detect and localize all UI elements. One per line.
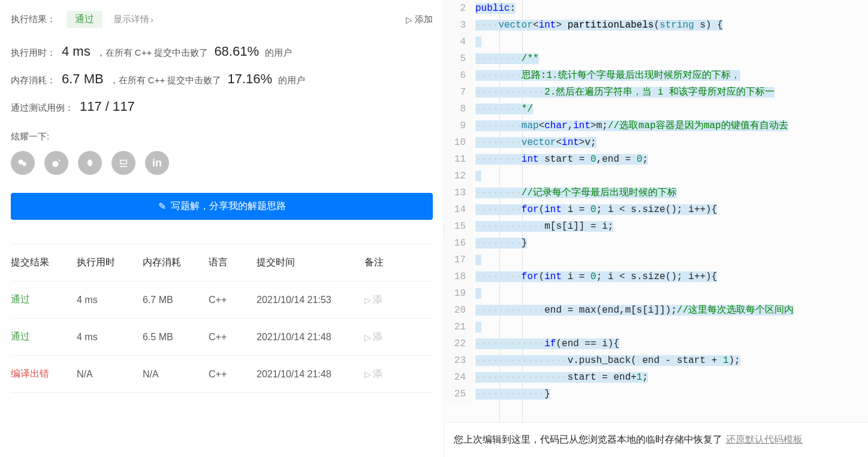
chevron-right-icon <box>150 14 153 25</box>
table-row[interactable]: 通过4 ms6.5 MBC++2021/10/14 21:48添 <box>11 319 433 356</box>
write-solution-text: 写题解，分享我的解题思路 <box>171 200 286 213</box>
code-line: 4 <box>444 34 868 50</box>
code-line: 2public: <box>444 0 868 17</box>
row-memory: N/A <box>143 369 209 380</box>
code-content: public: <box>473 0 868 17</box>
code-editor[interactable]: 2public:3····vector<int> partitionLabels… <box>444 0 868 422</box>
code-content <box>473 34 868 50</box>
code-line: 25············} <box>444 386 868 402</box>
row-status: 编译出错 <box>11 368 77 380</box>
add-note-text: 添加 <box>415 14 433 25</box>
history-header: 提交结果 执行用时 内存消耗 语言 提交时间 备注 <box>11 244 433 282</box>
code-line: 20············end = max(end,m[s[i]]);//这… <box>444 302 868 319</box>
testcases-row: 通过测试用例： 117 / 117 <box>11 93 433 120</box>
row-runtime: 4 ms <box>77 295 143 305</box>
table-row[interactable]: 编译出错N/AN/AC++2021/10/14 21:48添 <box>11 356 433 393</box>
row-runtime: 4 ms <box>77 332 143 343</box>
share-icons: in <box>11 151 433 175</box>
line-number: 12 <box>444 168 473 184</box>
code-content: ········int start = 0,end = 0; <box>473 151 868 168</box>
write-solution-button[interactable]: 写题解，分享我的解题思路 <box>11 193 433 220</box>
memory-label: 内存消耗： <box>11 75 56 86</box>
line-number: 13 <box>444 184 473 201</box>
code-line: 24················start = end+1; <box>444 369 868 386</box>
flag-icon <box>406 14 412 25</box>
code-content: ············} <box>473 386 868 402</box>
code-line: 22············if(end == i){ <box>444 335 868 352</box>
col-memory: 内存消耗 <box>143 256 209 269</box>
line-number: 6 <box>444 67 473 84</box>
line-number: 23 <box>444 352 473 369</box>
testcases-value: 117 / 117 <box>80 99 135 114</box>
line-number: 5 <box>444 50 473 67</box>
row-time: 2021/10/14 21:48 <box>257 369 364 380</box>
code-line: 10········vector<int>v; <box>444 134 868 151</box>
code-content: ············2.然后在遍历字符串，当 i 和该字母所对应的下标一 <box>473 84 868 101</box>
line-number: 17 <box>444 252 473 268</box>
code-line: 12 <box>444 168 868 184</box>
runtime-suffix: 的用户 <box>265 47 292 59</box>
code-content <box>473 168 868 184</box>
code-line: 19 <box>444 285 868 302</box>
row-memory: 6.7 MB <box>143 295 209 305</box>
code-line: 18········for(int i = 0; i < s.size(); i… <box>444 268 868 285</box>
line-number: 14 <box>444 201 473 218</box>
restore-link[interactable]: 还原默认代码模板 <box>726 434 803 446</box>
col-time: 提交时间 <box>257 256 364 269</box>
result-label: 执行结果： <box>11 14 56 25</box>
row-status: 通过 <box>11 331 77 343</box>
svg-rect-4 <box>120 161 127 164</box>
pencil-icon <box>158 201 166 212</box>
code-line: 23················v.push_back( end - sta… <box>444 352 868 369</box>
code-content: ········for(int i = 0; i < s.size(); i++… <box>473 268 868 285</box>
results-panel: 执行结果： 通过 显示详情 添加 执行用时： 4 ms ，在所有 C++ 提交中… <box>0 0 444 457</box>
history-table: 提交结果 执行用时 内存消耗 语言 提交时间 备注 通过4 ms6.7 MBC+… <box>11 244 433 393</box>
linkedin-icon[interactable]: in <box>145 151 169 175</box>
code-content: ········vector<int>v; <box>473 134 868 151</box>
table-row[interactable]: 通过4 ms6.7 MBC++2021/10/14 21:53添 <box>11 282 433 319</box>
code-line: 16········} <box>444 235 868 252</box>
restore-text: 您上次编辑到这里，代码已从您浏览器本地的临时存储中恢复了 <box>454 434 722 446</box>
code-line: 11········int start = 0,end = 0; <box>444 151 868 168</box>
svg-point-1 <box>22 162 26 166</box>
row-note-add[interactable]: 添 <box>364 293 418 306</box>
add-note-button[interactable]: 添加 <box>406 14 433 25</box>
code-panel: 2public:3····vector<int> partitionLabels… <box>444 0 868 457</box>
row-note-add[interactable]: 添 <box>364 331 418 343</box>
col-note: 备注 <box>364 256 418 269</box>
flag-icon <box>364 369 371 380</box>
line-number: 16 <box>444 235 473 252</box>
line-number: 21 <box>444 319 473 335</box>
code-line: 3····vector<int> partitionLabels(string … <box>444 17 868 34</box>
flag-icon <box>364 332 371 343</box>
row-lang: C++ <box>209 295 257 305</box>
weibo-icon[interactable] <box>44 151 68 175</box>
code-content: ····vector<int> partitionLabels(string s… <box>473 17 868 34</box>
code-line: 5········/** <box>444 50 868 67</box>
memory-suffix: 的用户 <box>278 75 305 86</box>
result-header-left: 执行结果： 通过 显示详情 <box>11 11 153 28</box>
line-number: 2 <box>444 0 473 17</box>
svg-point-3 <box>88 159 92 167</box>
code-line: 6········思路:1.统计每个字母最后出现时候所对应的下标， <box>444 67 868 84</box>
row-time: 2021/10/14 21:48 <box>257 332 364 343</box>
col-runtime: 执行用时 <box>77 256 143 269</box>
code-line: 21 <box>444 319 868 335</box>
line-number: 8 <box>444 101 473 117</box>
col-result: 提交结果 <box>11 256 77 269</box>
code-line: 9········map<char,int>m;//选取map容器是因为map的… <box>444 117 868 134</box>
code-content: ············end = max(end,m[s[i]]);//这里每… <box>473 302 868 319</box>
show-details-link[interactable]: 显示详情 <box>113 14 153 25</box>
line-number: 10 <box>444 134 473 151</box>
code-content: ········//记录每个字母最后出现时候的下标 <box>473 184 868 201</box>
douban-icon[interactable] <box>111 151 135 175</box>
show-details-text: 显示详情 <box>113 14 149 25</box>
runtime-beat-prefix: ，在所有 C++ 提交中击败了 <box>97 47 209 59</box>
row-note-add[interactable]: 添 <box>364 368 418 380</box>
code-content: ········for(int i = 0; i < s.size(); i++… <box>473 201 868 218</box>
qq-icon[interactable] <box>78 151 102 175</box>
wechat-icon[interactable] <box>11 151 35 175</box>
code-line: 17 <box>444 252 868 268</box>
memory-value: 6.7 MB <box>62 71 104 87</box>
code-content: ············if(end == i){ <box>473 335 868 352</box>
